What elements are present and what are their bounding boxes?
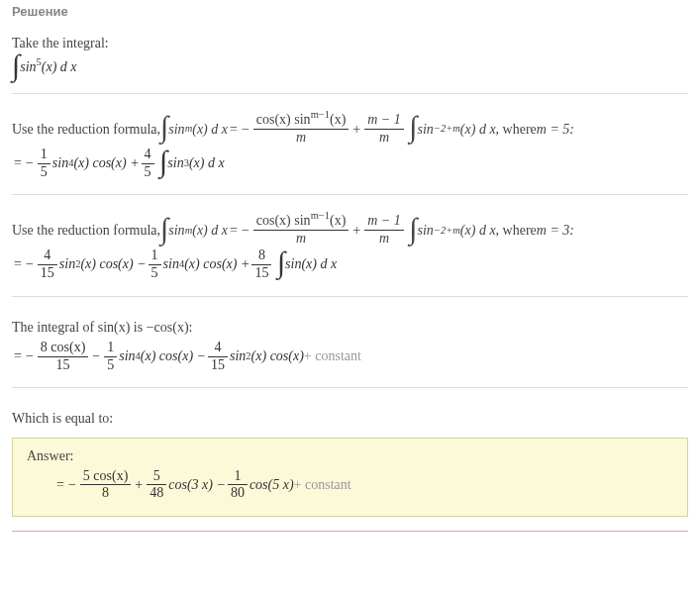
frac-4-15: 4 15 [208, 340, 228, 374]
term3: sin [230, 348, 246, 364]
reduction-prefix: Use the reduction formula, [12, 218, 160, 243]
frac2-num: m − 1 [364, 213, 404, 231]
divider [12, 93, 688, 94]
integral-icon: ∫ [160, 115, 168, 139]
answer-label: Answer: [27, 448, 673, 464]
divider [12, 194, 688, 195]
eq-sign: = [54, 477, 66, 493]
m-eq-3: m = 3: [537, 218, 574, 243]
answer-expr: = − 5 cos(x) 8 + 5 48 cos(3 x) − 1 80 co… [27, 468, 673, 503]
step-5-text: Which is equal to: [12, 406, 688, 431]
frac-2: m − 1 m [364, 112, 404, 147]
term3: sin(x) d x [285, 256, 337, 272]
step-1-text: Take the integral: [12, 31, 688, 55]
frac-1-5: 1 5 [149, 247, 161, 282]
step-1-expr: ∫ sin5(x) d x [12, 55, 688, 79]
rhs-sin: sin [417, 117, 433, 142]
frac-4-15: 4 15 [38, 247, 57, 282]
term3: cos(5 x) [250, 477, 294, 493]
term2: sin [167, 155, 183, 171]
f1-num: 4 [38, 247, 57, 265]
f2-den: 5 [142, 164, 154, 181]
answer-box: Answer: = − 5 cos(x) 8 + 5 48 cos(3 x) −… [12, 438, 688, 518]
frac1-num-pow: m−1 [311, 211, 330, 222]
f1-den: 15 [38, 265, 57, 282]
f3-den: 15 [251, 265, 271, 282]
plus-sign: + [350, 117, 362, 142]
term1: sin [59, 256, 75, 272]
frac-4-5: 4 5 [142, 147, 154, 181]
fn-sin: sin [20, 59, 36, 74]
f3-num: 8 [251, 247, 271, 265]
eq-sign: = [12, 348, 24, 364]
eq-sign: = [228, 218, 240, 243]
f1-den: 8 [80, 485, 132, 502]
minus-sign: − [90, 348, 102, 364]
step-4: The integral of sin(x) is −cos(x): = − 8… [12, 311, 688, 388]
plus-sign: + [350, 218, 362, 243]
where-text: , where [496, 218, 537, 243]
m-eq-5: m = 5: [537, 117, 574, 142]
frac1-num-b: (x) [330, 213, 346, 228]
term2: sin [119, 348, 135, 364]
term1: sin [52, 155, 68, 171]
f1-num: 8 cos(x) [38, 340, 89, 357]
divider-bottom [12, 531, 688, 532]
frac1-den: m [253, 231, 350, 247]
frac2-den: m [364, 231, 404, 247]
rhs-arg: (x) d x [460, 117, 496, 142]
lhs-sin: sin [168, 218, 184, 243]
frac1-den: m [253, 130, 350, 147]
frac-1: cos(x) sinm−1(x) m [253, 213, 350, 247]
step-3-text: Use the reduction formula, ∫ sinm(x) d x… [12, 213, 688, 247]
step-4-text: The integral of sin(x) is −cos(x): [12, 315, 688, 340]
arg-dx: (x) d x [42, 59, 77, 74]
neg-sign: − [24, 155, 36, 171]
integral-icon: ∫ [12, 53, 20, 77]
where-text: , where [496, 117, 537, 142]
frac1-num-a: cos(x) sin [256, 213, 311, 228]
neg-sign: − [240, 117, 251, 142]
term2b: (x) d x [189, 155, 225, 171]
f2-den: 5 [104, 357, 117, 374]
frac-1-5: 1 5 [38, 147, 50, 181]
f3-den: 15 [208, 357, 228, 374]
term2b: (x) cos(x) − [141, 348, 206, 364]
neg-sign: − [24, 256, 36, 272]
f2-num: 5 [147, 468, 166, 486]
f2-den: 5 [149, 265, 161, 282]
integral-icon: ∫ [409, 217, 417, 241]
step-3-result: = − 4 15 sin2(x) cos(x) − 1 5 sin4(x) co… [12, 247, 688, 282]
plus-sign: + [133, 477, 145, 493]
frac-1-80: 1 80 [228, 468, 248, 503]
step-2-text: Use the reduction formula, ∫ sinm(x) d x… [12, 112, 688, 147]
frac1-num-b: (x) [330, 112, 346, 127]
step-3: Use the reduction formula, ∫ sinm(x) d x… [12, 209, 688, 295]
term1b: (x) cos(x) − [80, 256, 146, 272]
neg-sign: − [240, 218, 251, 243]
step-5: Which is equal to: Answer: = − 5 cos(x) … [12, 402, 688, 531]
f1-den: 15 [38, 357, 89, 374]
f3-num: 1 [228, 468, 248, 486]
frac1-num-a: cos(x) sin [256, 112, 311, 127]
term2: sin [163, 256, 179, 272]
term1b: (x) cos(x) + [73, 155, 139, 171]
eq-sign: = [12, 256, 24, 272]
eq-sign: = [228, 117, 240, 142]
neg-sign: − [66, 477, 78, 493]
f2-num: 1 [104, 340, 117, 357]
term2: cos(3 x) − [168, 477, 226, 493]
frac-1-5: 1 5 [104, 340, 117, 374]
integral-icon: ∫ [160, 217, 168, 241]
step-4-result: = − 8 cos(x) 15 − 1 5 sin4(x) cos(x) − 4… [12, 340, 688, 374]
step-2-result: = − 1 5 sin4(x) cos(x) + 4 5 ∫ sin3(x) d… [12, 147, 688, 181]
f1-num: 5 cos(x) [80, 468, 132, 486]
frac1-num-pow: m−1 [311, 110, 330, 121]
frac-5-48: 5 48 [147, 468, 166, 503]
frac2-num: m − 1 [364, 112, 404, 130]
lhs-arg: (x) d x [192, 218, 228, 243]
lhs-sin: sin [168, 117, 184, 142]
integral-icon: ∫ [159, 149, 167, 173]
integral-icon: ∫ [409, 115, 417, 139]
frac-8-15: 8 15 [251, 247, 271, 282]
